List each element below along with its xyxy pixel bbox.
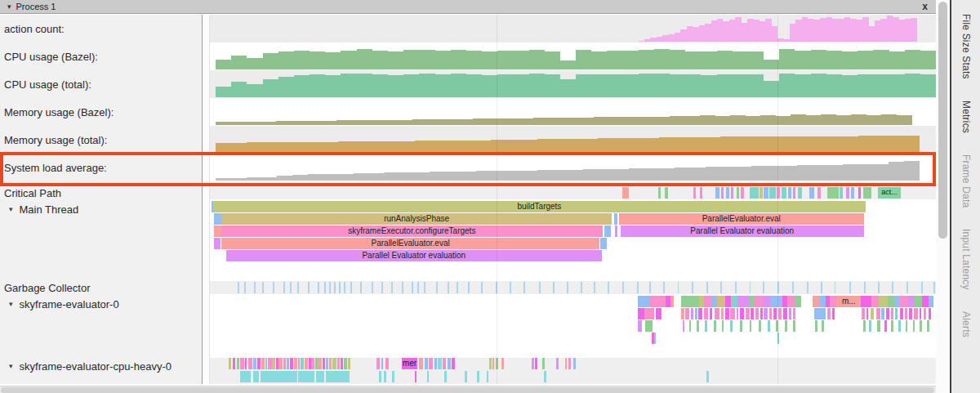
trace-slice[interactable] [438,358,442,369]
trace-slice[interactable] [863,320,866,332]
gc-tick[interactable] [678,282,679,293]
trace-slice[interactable] [817,187,821,199]
horizontal-scrollbar-thumb[interactable] [1,387,934,393]
trace-slice[interactable] [301,358,304,369]
trace-slice[interactable] [379,371,381,382]
gc-tick[interactable] [720,282,722,293]
trace-slice[interactable] [770,296,782,307]
trace-slice[interactable] [698,308,702,319]
trace-slice[interactable] [788,187,791,199]
trace-slice[interactable] [714,320,716,332]
trace-slice[interactable] [768,320,771,332]
trace-slice[interactable] [448,358,451,369]
trace-slice[interactable] [909,308,912,319]
gc-tick[interactable] [424,282,425,293]
trace-slice[interactable] [876,308,880,319]
trace-slice[interactable] [638,320,642,332]
trace-slice[interactable] [759,320,761,332]
gc-tick[interactable] [412,282,413,293]
trace-slice[interactable] [492,358,495,369]
trace-slice[interactable] [685,308,688,319]
trace-slice[interactable] [777,187,780,199]
trace-slice[interactable] [268,358,271,369]
trace-slice[interactable] [755,308,759,319]
gc-tick[interactable] [448,282,449,293]
gc-tick[interactable] [308,282,310,293]
trace-slice[interactable] [914,308,917,319]
track-skyframe-evaluator-0[interactable]: m... [210,296,936,358]
track-critical-path[interactable]: act... [210,186,936,199]
trace-slice[interactable] [311,358,314,369]
trace-slice-labeled[interactable]: buildTargets [213,201,866,212]
trace-slice[interactable] [276,358,278,369]
trace-slice[interactable] [927,320,929,332]
trace-slice[interactable] [922,296,929,307]
trace-slice[interactable] [737,296,748,307]
trace-slice[interactable] [740,308,744,319]
trace-slice[interactable] [895,308,898,319]
gc-tick[interactable] [906,282,908,293]
track-cpu-total[interactable] [210,70,936,98]
trace-slice[interactable] [787,296,795,307]
trace-slice[interactable] [760,187,763,199]
trace-slice[interactable] [721,308,724,319]
trace-slice[interactable] [769,187,777,199]
gc-tick[interactable] [750,282,751,293]
trace-slice[interactable] [298,371,314,382]
trace-slice[interactable] [535,358,537,369]
gc-tick[interactable] [436,282,438,293]
trace-slice[interactable] [760,308,763,319]
trace-slice[interactable] [305,358,308,369]
trace-slice-labeled[interactable]: mer [402,358,418,369]
gc-tick[interactable] [539,282,541,293]
trace-slice[interactable] [764,308,767,319]
trace-slice[interactable] [477,371,479,382]
track-mem-bazel[interactable] [210,98,936,126]
trace-slice-labeled[interactable]: skyframeExecutor.configureTargets [221,226,603,237]
trace-slice[interactable] [898,320,902,332]
trace-slice[interactable] [793,320,795,332]
trace-slice[interactable] [298,358,301,369]
gc-tick[interactable] [835,282,836,293]
trace-slice[interactable] [332,358,336,369]
trace-slice[interactable] [822,320,824,332]
trace-slice[interactable] [891,308,894,319]
trace-slice[interactable] [214,238,220,249]
gc-tick[interactable] [567,282,568,293]
trace-slice[interactable] [777,333,779,344]
gc-tick[interactable] [290,282,292,293]
trace-slice[interactable] [683,320,685,332]
gc-tick[interactable] [933,282,935,293]
gc-tick[interactable] [329,282,331,293]
trace-slice[interactable] [645,320,653,332]
trace-slice[interactable] [871,308,874,319]
trace-slice[interactable] [798,187,801,199]
trace-slice[interactable] [722,320,724,332]
trace-slice[interactable] [725,308,728,319]
gc-tick[interactable] [892,282,893,293]
trace-slice[interactable] [261,358,265,369]
trace-slice[interactable] [544,371,546,382]
trace-slice[interactable] [813,296,820,307]
trace-slice[interactable] [827,187,839,199]
gc-tick[interactable] [921,282,923,293]
gc-tick[interactable] [262,282,264,293]
trace-slice[interactable] [384,371,386,382]
trace-slice[interactable] [773,308,777,319]
trace-slice[interactable] [385,358,389,369]
trace-slice[interactable] [600,238,607,249]
trace-slice[interactable] [862,308,865,319]
trace-slice[interactable] [697,320,700,332]
tab-metrics[interactable]: Metrics [960,100,972,133]
trace-slice[interactable] [877,320,880,332]
trace-slice[interactable] [341,358,343,369]
gc-tick[interactable] [706,282,708,293]
trace-slice[interactable] [920,320,922,332]
gc-tick[interactable] [391,282,393,293]
gc-tick[interactable] [372,282,373,293]
trace-slice[interactable] [730,308,734,319]
gc-tick[interactable] [622,282,624,293]
close-icon[interactable]: x [922,1,928,12]
gc-tick[interactable] [344,282,345,293]
trace-slice[interactable] [704,308,708,319]
